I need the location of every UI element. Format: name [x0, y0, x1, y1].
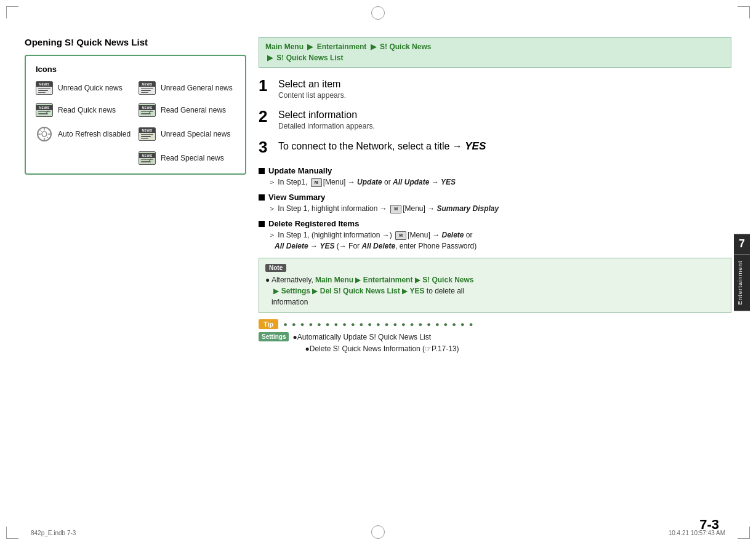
step-3-title: To connect to the Network, select a titl…: [278, 140, 486, 153]
bullet-arrow: ＞: [268, 178, 278, 186]
breadcrumb-bar: Main Menu ▶ Entertainment ▶ S! Quick New…: [259, 37, 731, 68]
note-del: Del S! Quick News List: [320, 287, 400, 295]
news-lines: ✓: [141, 110, 154, 116]
unread-general-label: Unread General news: [161, 84, 233, 92]
breadcrumb-quick-news: S! Quick News: [380, 42, 431, 51]
svg-point-1: [42, 132, 47, 137]
bullet-view-summary: View Summary ＞ In Step 1, highlight info…: [259, 193, 731, 214]
note-yes: YES: [409, 287, 424, 295]
corner-mark-bl: [6, 527, 18, 539]
breadcrumb-list: S! Quick News List: [276, 54, 343, 62]
news-label: NEWS: [139, 82, 155, 87]
news-lines: [38, 87, 51, 95]
breadcrumb-arrow1: ▶: [307, 42, 315, 51]
note-settings: Settings: [281, 287, 310, 295]
checkmark-icon: ✓: [46, 109, 49, 114]
all-delete-text2: All Delete: [361, 242, 395, 250]
news-lines: [141, 87, 154, 95]
step-2-number: 2: [259, 108, 272, 124]
bullet-arrow: ＞: [268, 204, 278, 213]
bullet-title: Delete Registered Items: [268, 219, 359, 228]
bullet-title: View Summary: [268, 193, 325, 202]
read-quick-label: Read Quick news: [58, 106, 116, 114]
read-special-label: Read Special news: [161, 154, 224, 162]
center-bottom-circle: [371, 525, 385, 539]
section-title: Opening S! Quick News List: [25, 37, 246, 47]
note-main-menu: Main Menu: [315, 276, 353, 284]
menu-icon: M: [390, 205, 401, 213]
news-label: NEWS: [36, 105, 52, 110]
step-2-content: Select information Detailed information …: [278, 108, 375, 130]
bullet-header: Update Manually: [259, 166, 731, 175]
read-special-icon: NEWS ✓: [139, 151, 156, 165]
bullet-body: ＞ In Step 1, (highlight information →) M…: [259, 229, 731, 252]
step-3-arrow: →: [452, 141, 465, 151]
left-column: Opening S! Quick News List Icons NEWS Un…: [25, 37, 246, 514]
corner-mark-tr: [738, 6, 750, 18]
bullet-header: View Summary: [259, 193, 731, 202]
all-delete-text: All Delete: [275, 242, 308, 250]
settings-badge: Settings: [259, 332, 289, 341]
page-content: Opening S! Quick News List Icons NEWS Un…: [25, 37, 731, 514]
step-3-number: 3: [259, 139, 272, 155]
breadcrumb-entertainment: Entertainment: [317, 42, 367, 51]
svg-line-6: [39, 129, 42, 132]
icon-item-read-special: NEWS ✓ Read Special news: [139, 151, 235, 165]
auto-refresh-label: Auto Refresh disabled: [58, 130, 131, 138]
unread-special-icon: NEWS: [139, 127, 156, 141]
step-2-title: Select information: [278, 109, 375, 121]
delete-text: Delete: [441, 231, 464, 239]
tip-bar: Tip ● ● ● ● ● ● ● ● ● ● ● ● ● ● ● ● ● ● …: [259, 319, 731, 329]
note-quick-news: S! Quick News: [422, 276, 473, 284]
summary-text: Summary Display: [436, 204, 499, 213]
icons-box-title: Icons: [36, 65, 235, 74]
checkmark-icon: ✓: [148, 109, 152, 114]
note-badge: Note: [265, 264, 286, 272]
read-general-label: Read General news: [161, 106, 226, 114]
note-arrow2: ▶: [415, 276, 422, 284]
settings-line: Settings ●Automatically Update S! Quick …: [259, 332, 731, 355]
corner-mark-br: [738, 527, 750, 539]
icon-item-unread-general: NEWS Unread General news: [139, 81, 235, 95]
update-text: Update: [357, 178, 382, 186]
icons-box: Icons NEWS Unread Quick news: [25, 55, 246, 175]
checkmark-icon: ✓: [148, 157, 152, 162]
icon-item-auto-refresh: Auto Refresh disabled: [36, 125, 132, 143]
news-line: [141, 138, 148, 140]
bullet-body: ＞ In Step1, M[Menu] → Update or All Upda…: [259, 177, 731, 188]
news-label: NEWS: [139, 128, 155, 133]
footer-left: 842p_E.indb 7-3: [31, 530, 76, 536]
settings-line2: ●Delete S! Quick News Information (☞P.17…: [305, 344, 459, 353]
refresh-svg: [36, 126, 52, 142]
step-2-sub: Detailed information appears.: [278, 122, 375, 130]
note-arrow5: ▶: [402, 287, 409, 295]
news-label: NEWS: [139, 105, 155, 110]
news-label: NEWS: [139, 153, 155, 158]
step-3: 3 To connect to the Network, select a ti…: [259, 139, 731, 157]
center-top-circle: [371, 6, 385, 20]
step-3-yes: YES: [465, 140, 486, 152]
settings-content: ●Automatically Update S! Quick News List…: [292, 332, 459, 355]
news-line: [141, 134, 154, 135]
yes-text-inline: YES: [441, 178, 456, 186]
news-line: [141, 92, 148, 93]
tip-badge: Tip: [259, 319, 278, 329]
icon-item-unread-special: NEWS Unread Special news: [139, 125, 235, 143]
note-entertainment: Entertainment: [363, 276, 413, 284]
note-arrow1: ▶: [355, 276, 363, 284]
icon-item-unread-quick: NEWS Unread Quick news: [36, 81, 132, 95]
corner-mark-tl: [6, 6, 18, 18]
news-lines: [141, 133, 154, 141]
icon-item-read-quick: NEWS ✓ Read Quick news: [36, 103, 132, 117]
news-line: [141, 88, 154, 89]
menu-icon: M: [311, 178, 322, 187]
bullet-title: Update Manually: [268, 166, 332, 175]
right-column: Main Menu ▶ Entertainment ▶ S! Quick New…: [259, 37, 731, 514]
bullet-arrow: ＞: [268, 231, 278, 239]
step-3-content: To connect to the Network, select a titl…: [278, 139, 486, 157]
footer-right: 10.4.21 10:57:43 AM: [669, 530, 725, 536]
unread-quick-label: Unread Quick news: [58, 84, 123, 92]
unread-general-icon: NEWS: [139, 81, 156, 95]
news-line: [38, 88, 51, 89]
news-label: NEWS: [36, 82, 52, 87]
